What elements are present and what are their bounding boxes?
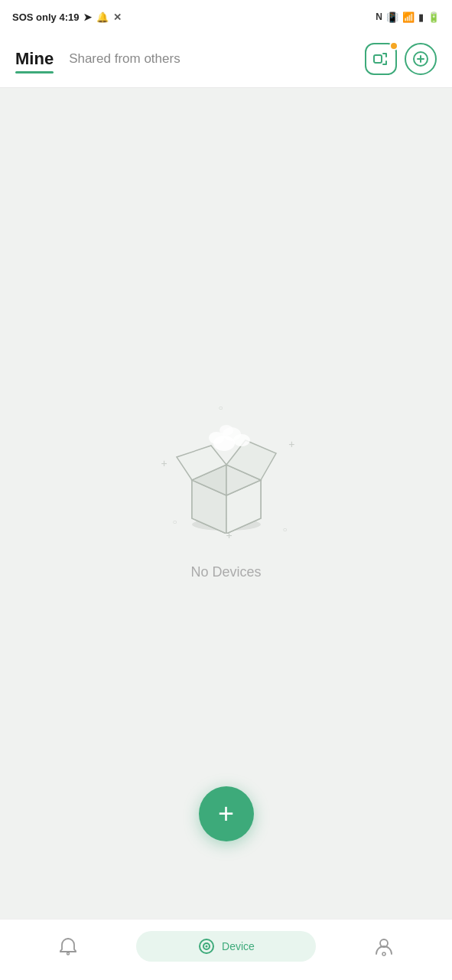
deco-plus-right: + xyxy=(288,438,294,450)
profile-nav-icon xyxy=(373,936,395,957)
vibrate-icon: 📳 xyxy=(386,11,398,23)
device-nav-label: Device xyxy=(222,940,255,952)
deco-circle-right: ○ xyxy=(282,525,287,534)
device-nav-icon xyxy=(197,937,216,956)
status-right: N 📳 📶 ▮ 🔋 xyxy=(376,11,440,23)
header-actions xyxy=(365,43,437,75)
status-left: SOS only 4:19 ➤ 🔔 ✕ xyxy=(12,11,122,23)
nav-item-device[interactable]: Device xyxy=(136,931,315,962)
main-content: ○ + ○ ○ + + xyxy=(0,88,452,918)
svg-point-13 xyxy=(233,434,250,446)
box-svg xyxy=(169,411,284,534)
bell-icon: 🔔 xyxy=(96,11,109,23)
app-header: Mine Shared from others xyxy=(0,34,452,88)
svg-point-18 xyxy=(206,945,208,947)
deco-circle-top: ○ xyxy=(219,403,223,412)
add-device-header-button[interactable] xyxy=(405,43,437,75)
notification-dot xyxy=(389,41,398,51)
battery-warn-icon: ▮ xyxy=(418,11,424,23)
svg-point-14 xyxy=(219,425,233,436)
scan-button[interactable] xyxy=(365,43,397,75)
svg-point-15 xyxy=(67,952,70,955)
deco-circle-left: ○ xyxy=(173,518,177,526)
plus-icon xyxy=(413,51,428,67)
no-devices-label: No Devices xyxy=(190,564,261,580)
svg-point-20 xyxy=(382,952,385,956)
tab-mine[interactable]: Mine xyxy=(15,49,54,69)
wifi-icon: 📶 xyxy=(402,11,415,23)
empty-illustration: ○ + ○ ○ + + xyxy=(150,396,303,549)
battery-icon: 🔋 xyxy=(428,11,440,23)
cancel-icon: ✕ xyxy=(113,11,122,23)
scan-icon xyxy=(372,51,389,67)
svg-rect-0 xyxy=(374,55,382,63)
header-tabs: Mine Shared from others xyxy=(15,49,180,69)
status-text: SOS only 4:19 xyxy=(12,11,79,23)
nav-item-alert[interactable] xyxy=(0,936,136,957)
location-icon: ➤ xyxy=(83,11,92,23)
status-bar: SOS only 4:19 ➤ 🔔 ✕ N 📳 📶 ▮ 🔋 xyxy=(0,0,452,34)
deco-plus-bottom: + xyxy=(226,529,233,541)
tab-shared[interactable]: Shared from others xyxy=(69,51,180,67)
nav-item-profile[interactable] xyxy=(316,936,452,957)
alert-nav-icon xyxy=(57,936,79,957)
deco-plus-left: + xyxy=(161,457,167,469)
add-device-fab[interactable]: + xyxy=(199,786,254,841)
nfc-icon: N xyxy=(376,11,382,22)
bottom-nav: Device xyxy=(0,919,452,980)
empty-state: ○ + ○ ○ + + xyxy=(150,396,303,580)
fab-plus-icon: + xyxy=(218,800,234,828)
